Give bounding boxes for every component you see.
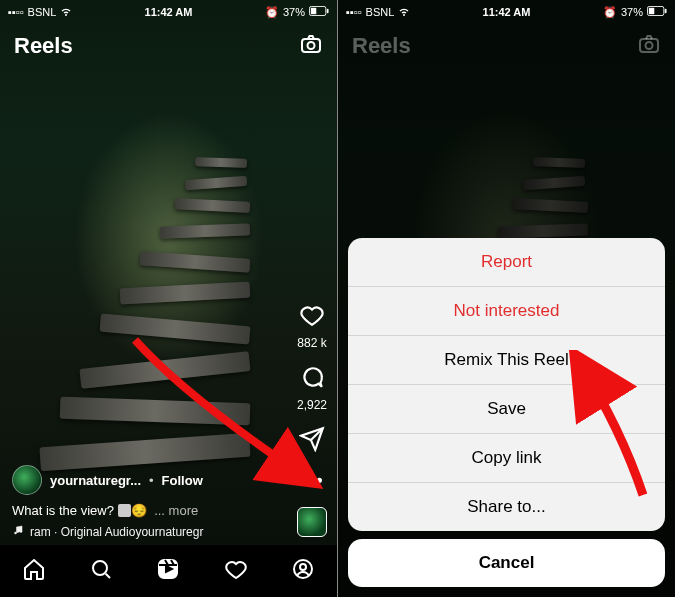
emoji-placeholder [118, 504, 131, 517]
status-bar: ▪▪▫▫ BSNL 11:42 AM ⏰ 37% [0, 0, 337, 22]
comment-count: 2,922 [297, 398, 327, 412]
action-sheet: Report Not interested Remix This Reel Sa… [348, 238, 665, 531]
phone-right: ▪▪▫▫ BSNL 11:42 AM ⏰ 37% Reels Report No… [338, 0, 675, 597]
music-note-icon [12, 524, 24, 539]
svg-point-7 [93, 561, 107, 575]
nav-home[interactable] [22, 557, 46, 585]
sheet-item-not-interested[interactable]: Not interested [348, 286, 665, 335]
bottom-nav [0, 545, 337, 597]
like-button[interactable]: 882 k [297, 302, 326, 350]
sheet-item-copy-link[interactable]: Copy link [348, 433, 665, 482]
svg-rect-3 [302, 39, 320, 52]
reel-meta: yournaturegr... • Follow What is the vie… [12, 465, 277, 539]
action-rail: 882 k 2,922 ••• [297, 302, 327, 491]
comment-icon [299, 364, 325, 394]
sheet-item-share-to[interactable]: Share to... [348, 482, 665, 531]
follow-button[interactable]: Follow [162, 473, 203, 488]
heart-icon [299, 302, 325, 332]
caption-more[interactable]: ... more [154, 503, 198, 518]
sheet-item-report[interactable]: Report [348, 238, 665, 286]
audio-thumbnail[interactable] [297, 507, 327, 537]
clock: 11:42 AM [0, 6, 337, 18]
page-title: Reels [14, 33, 73, 59]
username-label[interactable]: yournaturegr... [50, 473, 141, 488]
more-icon: ••• [300, 470, 325, 491]
caption[interactable]: What is the view? 😔 ... more [12, 503, 277, 518]
nav-reels[interactable] [156, 557, 180, 585]
action-sheet-overlay[interactable]: Report Not interested Remix This Reel Sa… [338, 0, 675, 597]
audio-text: ram · Original Audioyournaturegr [30, 525, 203, 539]
audio-row[interactable]: ram · Original Audioyournaturegr [12, 524, 277, 539]
nav-profile[interactable] [291, 557, 315, 585]
nav-search[interactable] [89, 557, 113, 585]
share-button[interactable] [299, 426, 325, 456]
sheet-item-save[interactable]: Save [348, 384, 665, 433]
nav-activity[interactable] [224, 557, 248, 585]
svg-point-10 [300, 564, 306, 570]
comment-button[interactable]: 2,922 [297, 364, 327, 412]
svg-point-5 [15, 532, 17, 534]
emoji-sleepy: 😔 [131, 503, 147, 518]
svg-point-4 [308, 42, 315, 49]
paper-plane-icon [299, 426, 325, 456]
more-button[interactable]: ••• [300, 470, 325, 491]
sheet-item-remix[interactable]: Remix This Reel [348, 335, 665, 384]
svg-point-6 [20, 531, 22, 533]
reels-header: Reels [0, 26, 337, 66]
phone-left: ▪▪▫▫ BSNL 11:42 AM ⏰ 37% Reels 882 k 2,9… [0, 0, 337, 597]
like-count: 882 k [297, 336, 326, 350]
camera-button[interactable] [299, 32, 323, 60]
caption-text: What is the view? [12, 503, 114, 518]
avatar[interactable] [12, 465, 42, 495]
separator-dot: • [149, 473, 154, 488]
sheet-cancel-button[interactable]: Cancel [348, 539, 665, 587]
